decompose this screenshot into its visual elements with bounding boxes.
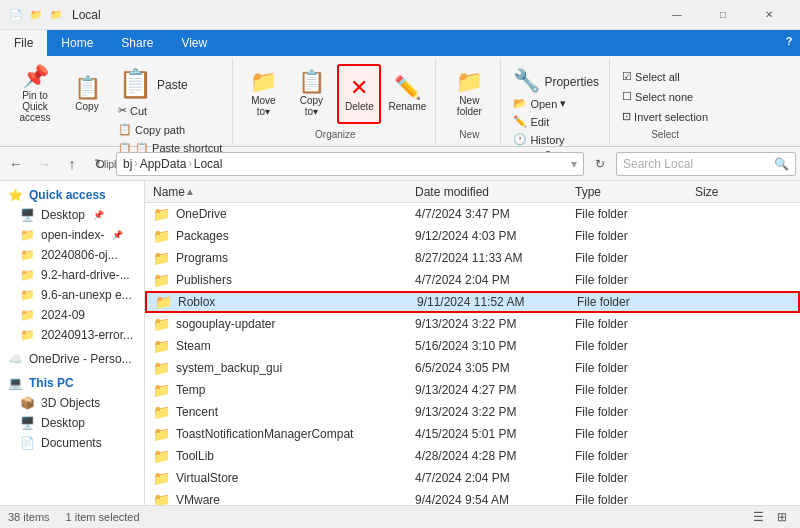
back-button[interactable]: ← bbox=[4, 152, 28, 176]
select-all-label: Select all bbox=[635, 71, 680, 83]
delete-icon: ✕ bbox=[350, 77, 368, 99]
table-row[interactable]: 📁 OneDrive 4/7/2024 3:47 PM File folder bbox=[145, 203, 800, 225]
folder-icon: 📁 bbox=[153, 250, 170, 266]
thispc-label: This PC bbox=[29, 376, 74, 390]
tab-view[interactable]: View bbox=[167, 30, 221, 56]
sidebar-item-202409[interactable]: 📁 2024-09 bbox=[0, 305, 144, 325]
properties-button[interactable]: 🔧 Properties bbox=[509, 68, 603, 94]
sidebar-item-92hard[interactable]: 📁 9.2-hard-drive-... bbox=[0, 265, 144, 285]
folder-20240806-label: 20240806-oj... bbox=[41, 248, 118, 262]
search-bar[interactable]: Search Local 🔍 bbox=[616, 152, 796, 176]
open-button[interactable]: 📂 Open ▾ bbox=[509, 95, 603, 112]
copy-to-icon: 📋 bbox=[298, 71, 325, 93]
sidebar-item-desktop2[interactable]: 🖥️ Desktop bbox=[0, 413, 144, 433]
breadcrumb[interactable]: bj › AppData › Local ▾ bbox=[116, 152, 584, 176]
table-row[interactable]: 📁 Tencent 9/13/2024 3:22 PM File folder bbox=[145, 401, 800, 423]
help-button[interactable]: ? bbox=[774, 30, 800, 56]
select-content: ☑ Select all ☐ Select none ⊡ Invert sele… bbox=[618, 60, 712, 127]
paste-button[interactable]: 📋 Paste bbox=[114, 68, 192, 100]
sidebar-item-3dobjects[interactable]: 📦 3D Objects bbox=[0, 393, 144, 413]
file-name: 📁 system_backup_gui bbox=[145, 360, 415, 376]
table-row[interactable]: 📁 VMware 9/4/2024 9:54 AM File folder bbox=[145, 489, 800, 505]
up-button[interactable]: ↑ bbox=[60, 152, 84, 176]
sidebar-item-20240913[interactable]: 📁 20240913-error... bbox=[0, 325, 144, 345]
sidebar-item-20240806[interactable]: 📁 20240806-oj... bbox=[0, 245, 144, 265]
table-row[interactable]: 📁 Temp 9/13/2024 4:27 PM File folder bbox=[145, 379, 800, 401]
search-icon[interactable]: 🔍 bbox=[774, 157, 789, 171]
maximize-button[interactable]: □ bbox=[700, 0, 746, 30]
table-row[interactable]: 📁 Publishers 4/7/2024 2:04 PM File folde… bbox=[145, 269, 800, 291]
folder-20240913-label: 20240913-error... bbox=[41, 328, 133, 342]
select-all-button[interactable]: ☑ Select all bbox=[618, 68, 712, 85]
file-type: File folder bbox=[575, 207, 695, 221]
sidebar-item-onedrive[interactable]: ☁️ OneDrive - Perso... bbox=[0, 349, 144, 369]
sidebar-item-open-index[interactable]: 📁 open-index- 📌 bbox=[0, 225, 144, 245]
sidebar-item-documents[interactable]: 📄 Documents bbox=[0, 433, 144, 453]
breadcrumb-item-bj[interactable]: bj bbox=[123, 157, 132, 171]
folder-icon: 📁 bbox=[153, 404, 170, 420]
copy-button[interactable]: 📋 Copy bbox=[62, 64, 112, 124]
file-name-label: Programs bbox=[176, 251, 228, 265]
tab-file[interactable]: File bbox=[0, 30, 47, 56]
history-label: History bbox=[530, 134, 564, 146]
documents-label: Documents bbox=[41, 436, 102, 450]
copy-to-button[interactable]: 📋 Copyto▾ bbox=[289, 64, 333, 124]
col-header-size[interactable]: Size bbox=[695, 185, 775, 199]
col-header-date[interactable]: Date modified bbox=[415, 185, 575, 199]
sidebar-item-desktop[interactable]: 🖥️ Desktop 📌 bbox=[0, 205, 144, 225]
new-folder-button[interactable]: 📁 New folder bbox=[444, 64, 494, 124]
copy-path-button[interactable]: 📋 Copy path bbox=[114, 121, 189, 138]
table-row[interactable]: 📁 Roblox 9/11/2024 11:52 AM File folder bbox=[145, 291, 800, 313]
title-bar-icons: 📄 📁 📁 bbox=[8, 7, 64, 23]
tab-share[interactable]: Share bbox=[107, 30, 167, 56]
close-button[interactable]: ✕ bbox=[746, 0, 792, 30]
tab-home[interactable]: Home bbox=[47, 30, 107, 56]
clipboard-group: 📌 Pin to Quickaccess 📋 Copy 📋 Paste ✂ bbox=[4, 58, 233, 144]
folder-icon: 📁 bbox=[153, 228, 170, 244]
select-none-button[interactable]: ☐ Select none bbox=[618, 88, 712, 105]
breadcrumb-item-appdata[interactable]: AppData bbox=[140, 157, 187, 171]
cut-button[interactable]: ✂ Cut bbox=[114, 102, 151, 119]
invert-selection-button[interactable]: ⊡ Invert selection bbox=[618, 108, 712, 125]
breadcrumb-item-local[interactable]: Local bbox=[194, 157, 223, 171]
table-row[interactable]: 📁 ToastNotificationManagerCompat 4/15/20… bbox=[145, 423, 800, 445]
col-header-name[interactable]: Name ▲ bbox=[145, 185, 415, 199]
new-folder-label: New folder bbox=[446, 95, 492, 117]
move-to-button[interactable]: 📁 Moveto▾ bbox=[241, 64, 285, 124]
this-pc-header[interactable]: 💻 This PC bbox=[0, 373, 144, 393]
col-header-type[interactable]: Type bbox=[575, 185, 695, 199]
table-row[interactable]: 📁 Steam 5/16/2024 3:10 PM File folder bbox=[145, 335, 800, 357]
file-type: File folder bbox=[575, 317, 695, 331]
breadcrumb-dropdown[interactable]: ▾ bbox=[571, 157, 577, 171]
main-area: ⭐ Quick access 🖥️ Desktop 📌 📁 open-index… bbox=[0, 181, 800, 505]
table-row[interactable]: 📁 VirtualStore 4/7/2024 2:04 PM File fol… bbox=[145, 467, 800, 489]
table-row[interactable]: 📁 Packages 9/12/2024 4:03 PM File folder bbox=[145, 225, 800, 247]
file-date: 4/28/2024 4:28 PM bbox=[415, 449, 575, 463]
folder-icon: 📁 bbox=[153, 272, 170, 288]
breadcrumb-refresh[interactable]: ↻ bbox=[588, 152, 612, 176]
table-row[interactable]: 📁 Programs 8/27/2024 11:33 AM File folde… bbox=[145, 247, 800, 269]
minimize-button[interactable]: — bbox=[654, 0, 700, 30]
3dobjects-label: 3D Objects bbox=[41, 396, 100, 410]
file-date: 4/7/2024 2:04 PM bbox=[415, 471, 575, 485]
table-row[interactable]: 📁 system_backup_gui 6/5/2024 3:05 PM Fil… bbox=[145, 357, 800, 379]
pin-quick-access-button[interactable]: 📌 Pin to Quickaccess bbox=[10, 64, 60, 124]
sidebar-item-96unexp[interactable]: 📁 9.6-an-unexp e... bbox=[0, 285, 144, 305]
file-type: File folder bbox=[575, 251, 695, 265]
delete-button[interactable]: ✕ Delete bbox=[337, 64, 381, 124]
desktop2-label: Desktop bbox=[41, 416, 85, 430]
details-view-button[interactable]: ☰ bbox=[748, 507, 768, 527]
pin-indicator-2: 📌 bbox=[112, 230, 123, 240]
rename-button[interactable]: ✏️ Rename bbox=[385, 64, 429, 124]
edit-button[interactable]: ✏️ Edit bbox=[509, 113, 603, 130]
quick-access-header[interactable]: ⭐ Quick access bbox=[0, 185, 144, 205]
item-selected: 1 item selected bbox=[66, 511, 140, 523]
history-button[interactable]: 🕐 History bbox=[509, 131, 603, 148]
table-row[interactable]: 📁 ToolLib 4/28/2024 4:28 PM File folder bbox=[145, 445, 800, 467]
file-name-label: sogouplay-updater bbox=[176, 317, 275, 331]
forward-button[interactable]: → bbox=[32, 152, 56, 176]
file-type: File folder bbox=[575, 493, 695, 506]
refresh-button[interactable]: ↻ bbox=[88, 152, 112, 176]
table-row[interactable]: 📁 sogouplay-updater 9/13/2024 3:22 PM Fi… bbox=[145, 313, 800, 335]
large-icon-view-button[interactable]: ⊞ bbox=[772, 507, 792, 527]
